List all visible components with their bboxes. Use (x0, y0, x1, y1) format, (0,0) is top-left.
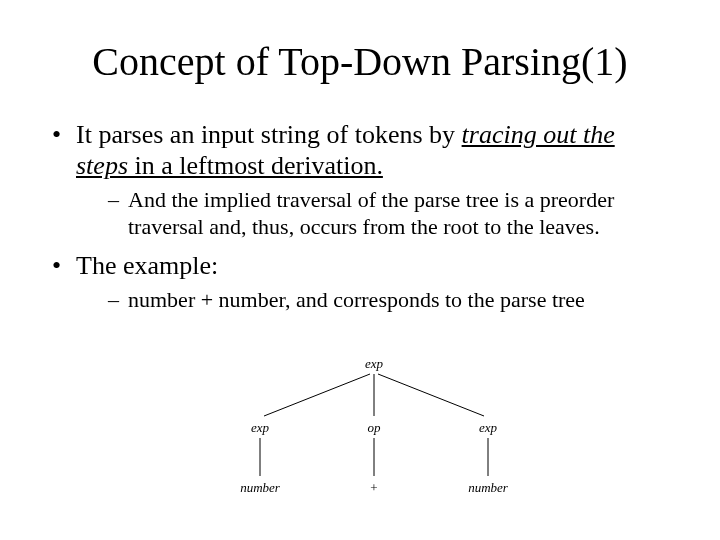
tree-child-3: exp (479, 420, 497, 436)
bullet-2-text: The example: (76, 251, 218, 280)
tree-child-1: exp (251, 420, 269, 436)
tree-root: exp (365, 356, 383, 372)
bullet-2: The example: number + number, and corres… (48, 250, 672, 314)
slide: Concept of Top-Down Parsing(1) It parses… (0, 0, 720, 540)
tree-leaf-1: number (240, 480, 280, 496)
slide-title: Concept of Top-Down Parsing(1) (48, 38, 672, 85)
bullet-1: It parses an input string of tokens by t… (48, 119, 672, 240)
bullet-1-pre: It parses an input string of tokens by (76, 120, 462, 149)
parse-tree: exp exp op exp number + number (0, 350, 720, 530)
tree-leaf-3: number (468, 480, 508, 496)
tree-child-2: op (368, 420, 381, 436)
bullet-2-sub: number + number, and corresponds to the … (76, 287, 672, 313)
parse-tree-edges (0, 350, 720, 530)
bullet-1-sublist: And the implied traversal of the parse t… (76, 187, 672, 240)
svg-line-2 (378, 374, 484, 416)
bullet-1-sub: And the implied traversal of the parse t… (76, 187, 672, 240)
bullet-list: It parses an input string of tokens by t… (48, 119, 672, 314)
bullet-2-sublist: number + number, and corresponds to the … (76, 287, 672, 313)
tree-leaf-2: + (370, 480, 377, 496)
svg-line-0 (264, 374, 370, 416)
bullet-1-post: in a leftmost derivation. (128, 151, 383, 180)
